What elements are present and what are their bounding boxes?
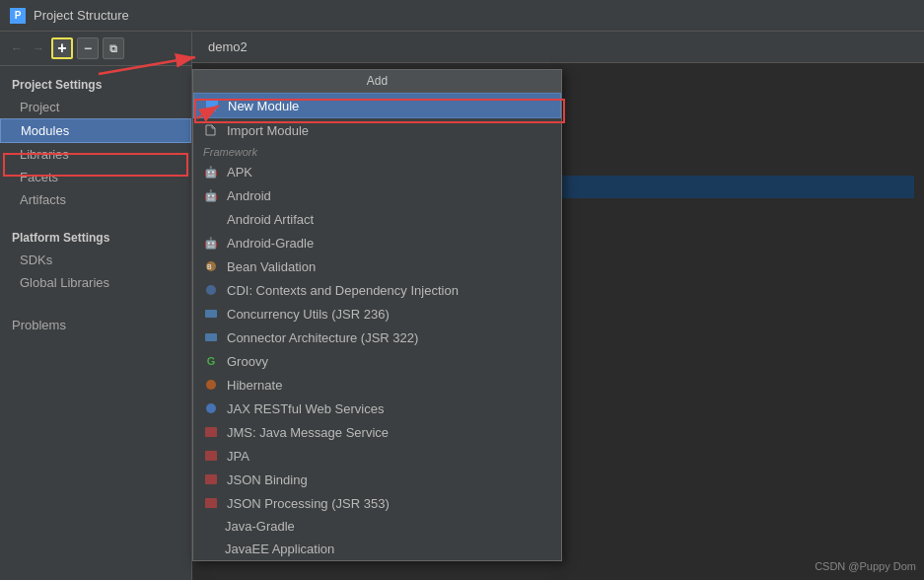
dropdown-item-new-module[interactable]: New Module xyxy=(193,93,561,118)
android-artifact-icon xyxy=(203,211,219,227)
module-icon xyxy=(204,98,220,113)
forward-button[interactable]: → xyxy=(30,39,47,57)
svg-rect-6 xyxy=(205,333,217,341)
dropdown-item-connector[interactable]: Connector Architecture (JSR 322) xyxy=(193,326,561,349)
svg-point-8 xyxy=(206,403,216,413)
module-title: demo2 xyxy=(200,36,255,58)
app-icon: P xyxy=(10,8,26,24)
sidebar-item-facets[interactable]: Facets xyxy=(0,166,191,188)
cdi-icon xyxy=(203,282,219,298)
title-bar: P Project Structure xyxy=(0,0,924,32)
svg-point-7 xyxy=(206,380,216,390)
back-button[interactable]: ← xyxy=(8,39,26,57)
concurrency-icon xyxy=(203,306,219,322)
window-title: Project Structure xyxy=(34,8,129,23)
jpa-icon xyxy=(203,448,219,464)
dropdown-item-hibernate[interactable]: Hibernate xyxy=(193,373,561,397)
dropdown-item-android-artifact[interactable]: Android Artifact xyxy=(193,207,561,231)
jms-icon xyxy=(203,424,219,440)
import-icon xyxy=(203,122,219,138)
dropdown-item-javaee-app[interactable]: JavaEE Application xyxy=(193,538,561,560)
svg-rect-10 xyxy=(205,451,217,461)
dropdown-item-jpa[interactable]: JPA xyxy=(193,444,561,468)
dropdown-item-apk[interactable]: 🤖 APK xyxy=(193,160,561,183)
sidebar-item-libraries[interactable]: Libraries xyxy=(0,143,191,166)
svg-rect-11 xyxy=(205,474,217,484)
apk-icon: 🤖 xyxy=(203,164,219,180)
svg-rect-12 xyxy=(205,498,217,508)
framework-section-label: Framework xyxy=(193,142,561,160)
sidebar-item-artifacts[interactable]: Artifacts xyxy=(0,188,191,211)
dropdown-item-json-processing[interactable]: JSON Processing (JSR 353) xyxy=(193,491,561,515)
sidebar-item-problems[interactable]: Problems xyxy=(0,314,191,336)
dropdown-header: Add xyxy=(193,70,561,93)
copy-button[interactable]: ⧉ xyxy=(103,37,124,59)
platform-settings-section: Platform Settings xyxy=(0,219,191,249)
dropdown-item-groovy[interactable]: G Groovy xyxy=(193,349,561,373)
watermark: CSDN @Puppy Dom xyxy=(815,560,916,572)
project-settings-section: Project Settings xyxy=(0,66,191,96)
svg-rect-5 xyxy=(205,310,217,318)
dropdown-item-cdi[interactable]: CDI: Contexts and Dependency Injection xyxy=(193,278,561,302)
java-gradle-icon xyxy=(203,520,217,534)
dropdown-item-jax[interactable]: JAX RESTful Web Services xyxy=(193,397,561,420)
bean-icon: B xyxy=(203,258,219,274)
dropdown-item-java-gradle[interactable]: Java-Gradle xyxy=(193,515,561,538)
svg-point-4 xyxy=(206,285,216,295)
android-icon: 🤖 xyxy=(203,187,219,203)
sidebar-item-sdks[interactable]: SDKs xyxy=(0,249,191,271)
svg-rect-1 xyxy=(208,109,216,111)
dropdown-item-android-gradle[interactable]: 🤖 Android-Gradle xyxy=(193,231,561,254)
svg-rect-9 xyxy=(205,427,217,437)
dropdown-item-jms[interactable]: JMS: Java Message Service xyxy=(193,420,561,444)
svg-rect-0 xyxy=(206,100,218,109)
sidebar-item-modules[interactable]: Modules xyxy=(0,118,191,143)
json-binding-icon xyxy=(203,471,219,487)
dropdown-item-import-module[interactable]: Import Module xyxy=(193,118,561,142)
svg-text:B: B xyxy=(207,263,212,270)
dropdown-item-json-binding[interactable]: JSON Binding xyxy=(193,468,561,491)
add-dropdown: Add New Module Import Module Framework 🤖… xyxy=(192,69,562,561)
sidebar-item-project[interactable]: Project xyxy=(0,96,191,118)
dropdown-item-concurrency[interactable]: Concurrency Utils (JSR 236) xyxy=(193,302,561,326)
add-button[interactable]: + xyxy=(51,37,73,59)
groovy-icon: G xyxy=(203,353,219,369)
dropdown-item-bean-validation[interactable]: B Bean Validation xyxy=(193,254,561,278)
android-gradle-icon: 🤖 xyxy=(203,235,219,251)
sidebar: ← → + − ⧉ Project Settings Project Modul… xyxy=(0,32,192,580)
sidebar-item-global-libraries[interactable]: Global Libraries xyxy=(0,271,191,294)
jax-icon xyxy=(203,400,219,416)
connector-icon xyxy=(203,329,219,345)
hibernate-icon xyxy=(203,377,219,393)
right-top-bar: demo2 xyxy=(192,32,924,63)
dropdown-item-android[interactable]: 🤖 Android xyxy=(193,183,561,207)
sidebar-toolbar: ← → + − ⧉ xyxy=(0,32,191,66)
javaee-icon xyxy=(203,543,217,556)
remove-button[interactable]: − xyxy=(77,37,99,59)
json-processing-icon xyxy=(203,495,219,511)
